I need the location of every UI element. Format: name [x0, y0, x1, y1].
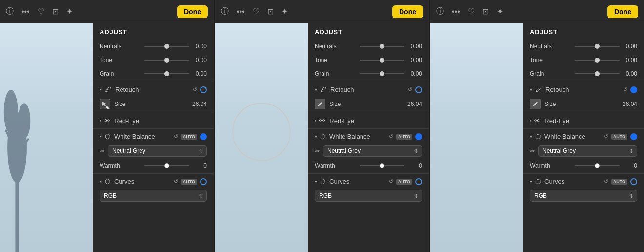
wb-actions-3: ↺ AUTO — [604, 133, 637, 140]
crop-icon-3[interactable]: ⊡ — [483, 7, 489, 16]
wb-dropdown-row-3: ✏ Neutral Grey ⇅ — [523, 143, 644, 159]
grain-slider-3[interactable] — [575, 73, 620, 74]
tool-thumb-3[interactable] — [530, 99, 541, 109]
tone-label-1: Tone — [100, 57, 144, 63]
tree-silhouette-1 — [0, 23, 44, 252]
tone-row-3: Tone 0.00 — [523, 53, 644, 67]
curves-dropdown-1[interactable]: RGB ⇅ — [100, 190, 207, 202]
red-eye-header-3[interactable]: › 👁 Red-Eye — [523, 114, 644, 127]
panel-title-2: ADJUST — [308, 23, 429, 40]
warmth-label-3: Warmth — [530, 162, 575, 169]
curves-chevron-2: ▾ — [315, 179, 317, 184]
wb-reset-3[interactable]: ↺ — [604, 133, 608, 140]
wb-auto-badge-1[interactable]: AUTO — [181, 134, 197, 140]
info-icon-1[interactable]: ⓘ — [6, 6, 14, 17]
curves-indicator-3 — [630, 178, 637, 185]
neutrals-slider-3[interactable] — [575, 46, 620, 47]
wb-auto-badge-2[interactable]: AUTO — [396, 134, 412, 140]
red-eye-header-1[interactable]: › 👁 Red-Eye — [93, 114, 214, 127]
neutrals-slider-2[interactable] — [360, 46, 404, 47]
wb-dropdown-1[interactable]: Neutral Grey ⇅ — [108, 145, 207, 157]
grain-value-1: 0.00 — [189, 70, 207, 77]
curves-dropdown-2[interactable]: RGB ⇅ — [315, 190, 422, 202]
wb-title-1: White Balance — [114, 133, 172, 140]
more-icon-1[interactable]: ••• — [21, 7, 30, 16]
curves-dropdown-value-3: RGB — [534, 192, 547, 199]
neutrals-value-1: 0.00 — [189, 43, 207, 50]
curves-auto-badge-1[interactable]: AUTO — [181, 179, 197, 185]
size-row-1: Size 26.04 — [93, 96, 214, 112]
done-button-1[interactable]: Done — [177, 5, 208, 18]
panel-title-1: ADJUST — [93, 23, 214, 40]
done-button-3[interactable]: Done — [607, 5, 638, 18]
more-icon-2[interactable]: ••• — [237, 7, 245, 16]
retouch-header-1[interactable]: ▾ 🖊 Retouch ↺ — [93, 83, 214, 96]
adjust-icon-2[interactable]: ✦ — [282, 7, 288, 16]
divider-3b — [523, 113, 644, 113]
wb-reset-2[interactable]: ↺ — [389, 133, 393, 140]
curves-title-3: Curves — [544, 178, 602, 185]
curves-auto-badge-3[interactable]: AUTO — [611, 179, 627, 185]
retouch-header-3[interactable]: ▾ 🖊 Retouch ↺ — [523, 83, 644, 96]
info-icon-2[interactable]: ⓘ — [221, 6, 229, 17]
toolbar-1: ⓘ ••• ♡ ⊡ ✦ Done — [0, 0, 214, 23]
wb-header-3[interactable]: ▾ ⬡ White Balance ↺ AUTO — [523, 130, 644, 143]
adjust-icon-3[interactable]: ✦ — [497, 7, 503, 16]
grain-slider-1[interactable] — [144, 73, 189, 74]
neutrals-slider-1[interactable] — [144, 46, 189, 47]
wb-dropdown-3[interactable]: Neutral Grey ⇅ — [538, 145, 637, 157]
tool-thumb-1[interactable] — [100, 99, 110, 109]
tool-thumb-2[interactable] — [315, 99, 325, 109]
wb-header-1[interactable]: ▾ ⬡ White Balance ↺ AUTO — [93, 130, 214, 143]
retouch-header-2[interactable]: ▾ 🖊 Retouch ↺ — [308, 83, 429, 96]
wb-auto-badge-3[interactable]: AUTO — [611, 134, 627, 140]
crop-icon-2[interactable]: ⊡ — [267, 7, 274, 16]
curves-header-1[interactable]: ▾ ⬡ Curves ↺ AUTO — [93, 175, 214, 188]
retouch-reset-3[interactable]: ↺ — [623, 86, 627, 93]
curves-dropdown-row-2: RGB ⇅ — [308, 188, 429, 204]
tone-slider-2[interactable] — [360, 60, 404, 61]
wb-dropdown-value-2: Neutral Grey — [327, 147, 361, 154]
curves-reset-1[interactable]: ↺ — [174, 178, 178, 185]
curves-title-2: Curves — [329, 178, 387, 185]
panel-2-content: ADJUST Neutrals 0.00 Tone 0.00 G — [215, 23, 429, 252]
divider-2d — [308, 173, 429, 174]
sidebar-1: ADJUST Neutrals 0.00 Tone 0.00 — [93, 23, 214, 252]
info-icon-3[interactable]: ⓘ — [436, 6, 444, 17]
divider-1d — [93, 173, 214, 174]
heart-icon-1[interactable]: ♡ — [38, 7, 44, 16]
warmth-slider-3[interactable] — [575, 165, 620, 166]
wb-reset-1[interactable]: ↺ — [174, 133, 178, 140]
tone-slider-1[interactable] — [144, 60, 189, 61]
done-button-2[interactable]: Done — [392, 5, 423, 18]
retouch-title-3: Retouch — [545, 86, 621, 93]
photo-area-3 — [430, 23, 523, 252]
tone-slider-3[interactable] — [575, 60, 620, 61]
grain-slider-2[interactable] — [360, 73, 404, 74]
curves-auto-badge-2[interactable]: AUTO — [396, 179, 412, 185]
warmth-slider-1[interactable] — [144, 165, 189, 166]
wb-header-2[interactable]: ▾ ⬡ White Balance ↺ AUTO — [308, 130, 429, 143]
svg-point-2 — [4, 90, 18, 134]
pencil-icon-3 — [532, 101, 539, 107]
curves-header-3[interactable]: ▾ ⬡ Curves ↺ AUTO — [523, 175, 644, 188]
panel-title-3: ADJUST — [523, 23, 644, 40]
curves-reset-3[interactable]: ↺ — [604, 178, 608, 185]
wb-dropdown-2[interactable]: Neutral Grey ⇅ — [323, 145, 422, 157]
retouch-indicator-2 — [415, 86, 422, 93]
heart-icon-2[interactable]: ♡ — [253, 7, 260, 16]
retouch-reset-1[interactable]: ↺ — [193, 86, 197, 93]
retouch-reset-2[interactable]: ↺ — [408, 86, 412, 93]
curves-dropdown-arrow-1: ⇅ — [199, 193, 202, 199]
warmth-slider-2[interactable] — [360, 165, 404, 166]
curves-indicator-1 — [200, 178, 207, 185]
adjust-icon-1[interactable]: ✦ — [66, 7, 73, 16]
more-icon-3[interactable]: ••• — [452, 7, 460, 16]
heart-icon-3[interactable]: ♡ — [468, 7, 475, 16]
crop-icon-1[interactable]: ⊡ — [52, 7, 59, 16]
curves-dropdown-3[interactable]: RGB ⇅ — [530, 190, 637, 202]
curves-dropdown-value-1: RGB — [104, 192, 117, 199]
curves-reset-2[interactable]: ↺ — [389, 178, 393, 185]
curves-header-2[interactable]: ▾ ⬡ Curves ↺ AUTO — [308, 175, 429, 188]
red-eye-header-2[interactable]: › 👁 Red-Eye — [308, 114, 429, 127]
